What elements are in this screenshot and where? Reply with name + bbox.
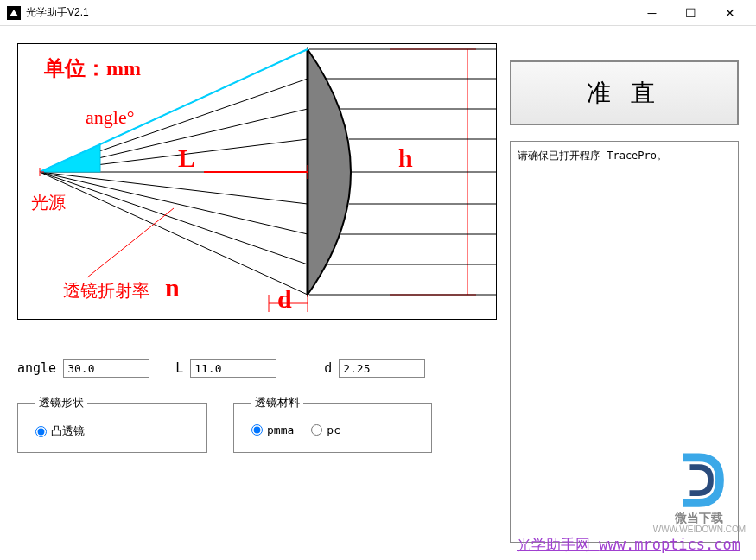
watermark-url: WWW.WEIDOWN.COM [653, 525, 746, 534]
footer-link[interactable]: 光学助手网 www.mroptics.com [517, 535, 740, 555]
lens-material-legend: 透镜材料 [251, 395, 303, 410]
close-button[interactable]: ✕ [710, 0, 749, 26]
watermark-logo-icon [664, 448, 734, 512]
d-label: d [277, 284, 292, 314]
radio-pmma-label: pmma [267, 423, 294, 436]
radio-convex-input[interactable] [35, 426, 47, 437]
app-icon [7, 6, 21, 20]
optical-diagram: 单位：mm angle° L 光源 透镜折射率 n d h [17, 43, 497, 320]
svg-line-10 [40, 172, 308, 264]
d-input[interactable] [339, 359, 425, 378]
lens-shape-fieldset: 透镜形状 凸透镜 [17, 395, 207, 453]
radio-pc[interactable]: pc [311, 423, 340, 436]
radio-pmma[interactable]: pmma [251, 423, 294, 436]
watermark: 微当下载 WWW.WEIDOWN.COM [653, 448, 746, 534]
n-label: n [165, 273, 180, 302]
refraction-label: 透镜折射率 [63, 279, 149, 302]
minimize-button[interactable]: ─ [632, 0, 671, 26]
radio-convex-lens[interactable]: 凸透镜 [35, 423, 85, 439]
radio-pmma-input[interactable] [251, 424, 263, 436]
collimate-button[interactable]: 准 直 [510, 60, 739, 125]
lens-material-fieldset: 透镜材料 pmma pc [233, 395, 432, 453]
window-title: 光学助手V2.1 [26, 5, 632, 20]
L-label: L [178, 143, 195, 173]
unit-label: 单位：mm [44, 54, 141, 82]
angle-input[interactable] [63, 359, 149, 378]
svg-line-9 [40, 172, 308, 234]
maximize-button[interactable]: ☐ [671, 0, 710, 26]
angle-label: angle° [86, 106, 134, 129]
radio-convex-label: 凸透镜 [51, 423, 85, 439]
d-input-label: d [324, 360, 332, 376]
angle-input-label: angle [17, 360, 56, 376]
L-input[interactable] [190, 359, 276, 378]
svg-line-30 [87, 208, 174, 277]
lens-shape-legend: 透镜形状 [35, 395, 87, 410]
radio-pc-input[interactable] [311, 424, 322, 436]
h-label: h [398, 143, 413, 173]
radio-pc-label: pc [327, 423, 340, 436]
svg-line-8 [40, 172, 308, 204]
source-label: 光源 [31, 191, 66, 214]
L-input-label: L [175, 360, 183, 376]
